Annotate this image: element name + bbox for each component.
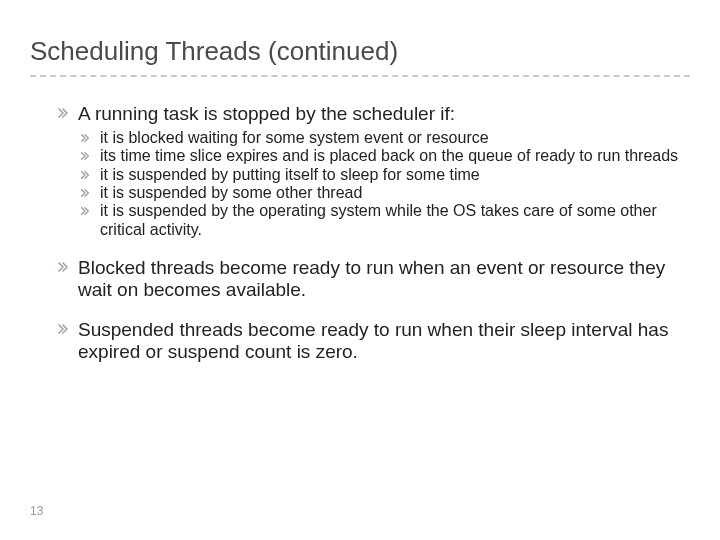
page-number: 13 — [30, 504, 43, 518]
list-item-text: Suspended threads become ready to run wh… — [78, 319, 668, 362]
bullet-icon — [78, 204, 92, 218]
bullet-icon — [56, 106, 70, 120]
bullet-icon — [78, 186, 92, 200]
bullet-icon — [78, 149, 92, 163]
list-item-text: it is blocked waiting for some system ev… — [100, 129, 680, 147]
list-item-text: Blocked threads become ready to run when… — [78, 257, 665, 300]
list-item: its time time slice expires and is place… — [56, 147, 680, 165]
sub-list: it is blocked waiting for some system ev… — [56, 129, 680, 239]
list-item-text: it is suspended by putting itself to sle… — [100, 166, 680, 184]
bullet-icon — [56, 260, 70, 274]
list-item-text: its time time slice expires and is place… — [100, 147, 680, 165]
list-item-text: it is suspended by the operating system … — [100, 202, 680, 239]
title-divider — [30, 75, 690, 77]
list-item: it is blocked waiting for some system ev… — [56, 129, 680, 147]
list-item-text: A running task is stopped by the schedul… — [78, 103, 455, 124]
list-item: it is suspended by putting itself to sle… — [56, 166, 680, 184]
bullet-icon — [78, 131, 92, 145]
bullet-icon — [78, 168, 92, 182]
list-item: Suspended threads become ready to run wh… — [56, 319, 680, 363]
page-title: Scheduling Threads (continued) — [30, 36, 690, 67]
list-item: it is suspended by the operating system … — [56, 202, 680, 239]
list-item: A running task is stopped by the schedul… — [56, 103, 680, 125]
spacer — [56, 305, 680, 319]
slide-content: A running task is stopped by the schedul… — [30, 103, 690, 363]
list-item: Blocked threads become ready to run when… — [56, 257, 680, 301]
bullet-icon — [56, 322, 70, 336]
list-item-text: it is suspended by some other thread — [100, 184, 680, 202]
slide: Scheduling Threads (continued) A running… — [0, 0, 720, 540]
list-item: it is suspended by some other thread — [56, 184, 680, 202]
